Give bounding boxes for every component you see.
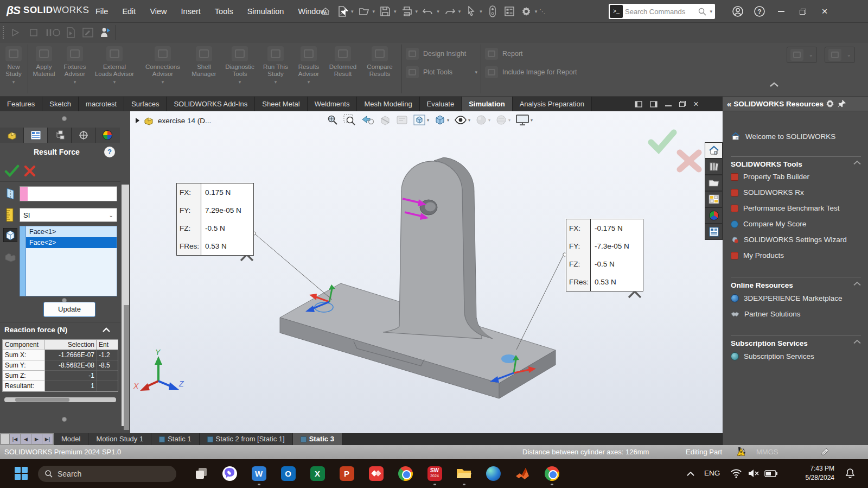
tab-features[interactable]: Features	[0, 97, 42, 111]
redo-dropdown-caret[interactable]: ▾	[458, 9, 461, 14]
help-icon[interactable]: ?	[749, 2, 770, 21]
left-result-callout[interactable]: FX:0.175 N FY:7.29e-05 N FZ:-0.5 N FRes:…	[176, 183, 254, 256]
taskbar-clock[interactable]: 7:43 PM 5/28/2024	[806, 464, 834, 483]
taskbar-search[interactable]: Search	[38, 466, 176, 482]
close-button[interactable]: ×	[814, 2, 835, 21]
watermark-accept-icon[interactable]	[651, 132, 674, 150]
save-dropdown-caret[interactable]: ▾	[394, 9, 397, 14]
right-callout-collapse-icon[interactable]	[629, 291, 641, 297]
task-view-icon[interactable]	[193, 465, 209, 481]
volume-muted-icon[interactable]	[745, 465, 762, 481]
section-collapse-icon[interactable]	[853, 339, 861, 344]
link-subscription-services[interactable]: Subscription Services	[731, 352, 814, 360]
task-pane-pin-icon[interactable]	[838, 99, 846, 108]
search-dropdown-caret[interactable]: ▾	[707, 9, 715, 14]
solidworks-app-icon[interactable]: SW2024	[426, 465, 443, 481]
doc-restore-icon[interactable]	[679, 101, 686, 107]
ribbon-connections-advisor[interactable]: ConnectionsAdvisor▾	[138, 45, 187, 94]
toolbar-drag-handle[interactable]	[3, 26, 5, 39]
results-caret[interactable]: ▾	[292, 79, 325, 86]
print-dropdown-caret[interactable]: ▾	[416, 9, 418, 14]
menu-file[interactable]: File	[95, 7, 108, 16]
outlook-icon[interactable]: O	[280, 465, 296, 481]
face-list-item[interactable]: Face<1>	[26, 226, 117, 237]
doc-minimize-icon[interactable]	[665, 105, 672, 106]
ribbon-deformed-result[interactable]: DeformedResult	[325, 45, 361, 94]
wifi-icon[interactable]	[728, 465, 744, 481]
file-explorer-icon[interactable]	[456, 465, 472, 481]
undo-icon[interactable]	[422, 5, 435, 18]
section-collapse-icon[interactable]	[102, 327, 111, 333]
options-dropdown-caret[interactable]: ▾	[535, 9, 538, 14]
scrollbar-thumb[interactable]	[124, 305, 129, 430]
link-property-tab-builder[interactable]: Property Tab Builder	[731, 173, 809, 181]
macro-edit-icon[interactable]	[81, 26, 94, 39]
excel-icon[interactable]: X	[309, 465, 326, 481]
pane-left-icon[interactable]	[635, 101, 642, 107]
menu-view[interactable]: View	[150, 7, 167, 16]
pause-button[interactable]	[44, 26, 63, 39]
tab-motion-study-1[interactable]: Motion Study 1	[88, 433, 151, 445]
tray-chevron-icon[interactable]	[682, 465, 699, 481]
start-button[interactable]	[13, 465, 29, 481]
section-online-resources[interactable]: Online Resources	[731, 281, 861, 289]
tab-sketch[interactable]: Sketch	[42, 97, 79, 111]
file-explorer-tab[interactable]	[705, 175, 723, 191]
new-dropdown-caret[interactable]: ▾	[351, 9, 354, 14]
ribbon-diagnostic-tools[interactable]: DiagnosticTools▾	[221, 45, 259, 94]
ribbon-run-this-study[interactable]: Run ThisStudy▾	[259, 45, 292, 94]
plot-tools-caret[interactable]: ▾	[475, 69, 477, 75]
faces-list[interactable]: Face<1> Face<2>	[20, 226, 117, 296]
section-subscription-services[interactable]: Subscription Services	[731, 339, 861, 347]
ribbon-fixtures-advisor[interactable]: FixturesAdvisor▾	[59, 45, 91, 94]
open-document-icon[interactable]	[358, 5, 371, 18]
view-palette-tab[interactable]	[705, 191, 723, 207]
language-indicator[interactable]: ENG	[704, 469, 720, 477]
tab-surfaces[interactable]: Surfaces	[124, 97, 167, 111]
new-document-icon[interactable]	[336, 5, 349, 18]
panel-bottom-dot[interactable]	[62, 417, 67, 422]
section-collapse-icon[interactable]	[853, 281, 861, 286]
red-diamond-app-icon[interactable]	[368, 465, 384, 481]
next-tab-button[interactable]: ▶	[31, 434, 42, 444]
play-button[interactable]	[9, 26, 22, 39]
dimxpert-manager-tab[interactable]	[72, 128, 95, 143]
menu-edit[interactable]: Edit	[122, 7, 136, 16]
ribbon-external-loads-advisor[interactable]: ExternalLoads Advisor▾	[91, 45, 138, 94]
panel-resize-dot[interactable]	[62, 116, 67, 121]
last-tab-button[interactable]: ▶|	[42, 434, 53, 444]
ribbon-shell-manager[interactable]: ShellManager	[187, 45, 221, 94]
resources-tab[interactable]	[705, 142, 723, 159]
property-manager-tab[interactable]	[24, 128, 48, 143]
menu-simulation[interactable]: Simulation	[247, 7, 284, 16]
scrollbar-track[interactable]	[122, 185, 129, 426]
home-icon[interactable]	[319, 5, 332, 18]
task-pane-gear-icon[interactable]	[825, 98, 835, 109]
battery-icon[interactable]	[763, 465, 779, 481]
chrome-icon[interactable]	[397, 465, 413, 481]
chrome-icon-2[interactable]	[544, 465, 560, 481]
rebuild-warning-icon[interactable]	[736, 447, 746, 457]
display-manager-tab[interactable]	[95, 128, 119, 143]
tab-splitter-handle[interactable]	[1, 434, 9, 444]
word-icon[interactable]: W	[251, 465, 267, 481]
ok-check-button[interactable]	[4, 164, 20, 178]
stop-button[interactable]	[27, 26, 40, 39]
open-dropdown-caret[interactable]: ▾	[373, 9, 375, 14]
print-icon[interactable]	[400, 5, 413, 18]
account-icon[interactable]	[727, 2, 749, 21]
units-system-label[interactable]: MMGS	[756, 448, 778, 456]
section-collapse-icon[interactable]	[853, 160, 861, 165]
link-settings-wizard[interactable]: SOLIDWORKS Settings Wizard	[731, 236, 847, 244]
macro-run-icon[interactable]	[64, 26, 77, 39]
user-presence-icon[interactable]	[99, 26, 112, 39]
tab-static-1[interactable]: Static 1	[151, 433, 199, 445]
tab-sheet-metal[interactable]: Sheet Metal	[255, 97, 307, 111]
ribbon-apply-material[interactable]: ApplyMaterial	[29, 45, 59, 94]
link-performance-benchmark[interactable]: Performance Benchmark Test	[731, 204, 840, 212]
axis-selection-input[interactable]	[29, 187, 116, 200]
matlab-icon[interactable]	[514, 465, 531, 481]
ribbon-tool-group-2[interactable]: ⌄	[825, 47, 855, 63]
ribbon-collapse-chevron[interactable]	[769, 81, 779, 88]
toggle-capsule-icon[interactable]	[486, 5, 499, 18]
